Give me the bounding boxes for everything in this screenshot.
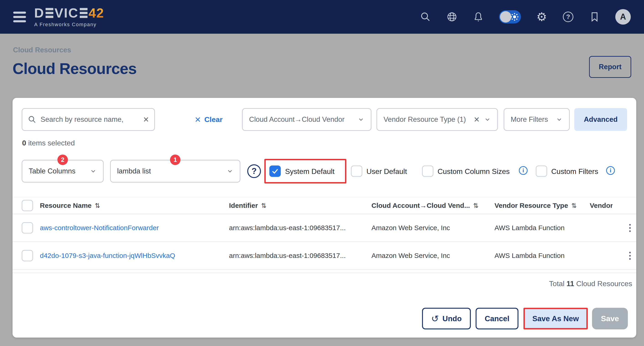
notifications-bell-icon[interactable] — [473, 11, 484, 22]
selected-label: items selected — [28, 139, 75, 147]
total-count: 11 — [566, 280, 574, 288]
row-checkbox[interactable] — [22, 250, 33, 261]
chevron-down-icon — [556, 116, 563, 123]
search-icon — [28, 115, 36, 124]
sort-icon[interactable]: ⇅ — [571, 202, 576, 209]
table-columns-dropdown[interactable]: Table Columns 2 — [22, 160, 104, 182]
logo-e-bars-icon — [46, 8, 53, 18]
search-icon[interactable] — [420, 11, 431, 22]
save-as-new-button[interactable]: Save As New — [524, 308, 588, 329]
chevron-down-icon — [358, 116, 364, 123]
toggle-knob — [500, 11, 511, 22]
chevron-down-icon — [226, 168, 233, 174]
resources-table: Resource Name⇅ Identifier⇅ Cloud Account… — [12, 197, 636, 273]
sort-icon[interactable]: ⇅ — [473, 202, 478, 209]
hamburger-menu-icon[interactable] — [13, 12, 26, 22]
identifier-cell: arn:aws:lambda:us-east-1:09683517... — [229, 224, 372, 232]
custom-filters-info-icon[interactable]: i — [606, 166, 615, 175]
view-help-icon[interactable]: ? — [247, 164, 261, 178]
table-header-row: Resource Name⇅ Identifier⇅ Cloud Account… — [12, 197, 636, 214]
logo-text-vic: VIC — [54, 6, 78, 19]
globe-icon[interactable] — [446, 11, 458, 22]
cloud-account-filter-dropdown[interactable]: Cloud Account→Cloud Vendor — [242, 108, 372, 131]
undo-icon: ↺ — [431, 314, 439, 323]
theme-toggle[interactable] — [499, 10, 521, 23]
table-columns-badge: 2 — [58, 155, 68, 165]
items-selected-status: 0 items selected — [22, 139, 75, 147]
custom-filters-checkbox[interactable] — [536, 166, 547, 177]
chevron-down-icon — [90, 168, 96, 174]
cloud-account-filter-label: Cloud Account→Cloud Vendor — [249, 115, 353, 124]
cloud-account-cell: Amazon Web Service, Inc — [372, 252, 494, 260]
chevron-down-icon — [484, 116, 491, 123]
clear-filters-button[interactable]: × Clear — [195, 108, 223, 131]
logo-e-bars-icon — [80, 8, 88, 18]
table-row[interactable]: aws-controltower-NotificationForwarder a… — [12, 214, 636, 242]
row-actions-kebab-icon[interactable] — [628, 250, 632, 261]
resource-name-link[interactable]: d42do-1079-s3-java-function-jqWlHbSvvkaQ — [40, 252, 229, 260]
selected-count: 0 — [22, 139, 26, 147]
system-default-checkbox[interactable] — [269, 166, 281, 177]
saved-view-value: lambda list — [117, 167, 151, 175]
saved-view-dropdown[interactable]: lambda list 1 — [110, 160, 240, 182]
clipped-table-row — [12, 270, 636, 273]
check-icon — [271, 167, 279, 175]
more-filters-label: More Filters — [511, 115, 551, 124]
total-resources-status: Total 11 Cloud Resources — [549, 280, 632, 288]
logo-subtitle: A Freshworks Company — [34, 22, 104, 27]
more-filters-dropdown[interactable]: More Filters — [504, 108, 570, 131]
vendor-resource-type-cell: AWS Lambda Function — [494, 252, 590, 260]
row-checkbox[interactable] — [22, 222, 33, 234]
advanced-button[interactable]: Advanced — [574, 108, 627, 131]
bookmark-icon[interactable] — [589, 11, 600, 22]
user-avatar[interactable]: A — [615, 9, 631, 24]
user-default-checkbox[interactable] — [351, 166, 362, 177]
search-input[interactable] — [40, 115, 139, 124]
vendor-type-filter-label: Vendor Resource Type (1) — [384, 115, 469, 124]
resource-name-link[interactable]: aws-controltower-NotificationForwarder — [40, 224, 229, 232]
table-row[interactable]: d42do-1079-s3-java-function-jqWlHbSvvkaQ… — [12, 242, 636, 270]
row-actions-kebab-icon[interactable] — [628, 223, 632, 233]
help-icon[interactable]: ? — [562, 11, 574, 22]
logo-text-42: 42 — [89, 6, 104, 19]
save-button-disabled[interactable]: Save — [592, 308, 628, 329]
column-header-identifier[interactable]: Identifier⇅ — [229, 202, 372, 209]
vendor-resource-type-filter-dropdown[interactable]: Vendor Resource Type (1) × — [376, 108, 498, 131]
sort-icon[interactable]: ⇅ — [95, 202, 100, 209]
sun-icon — [510, 12, 519, 21]
sort-icon[interactable]: ⇅ — [261, 202, 266, 209]
clear-label: Clear — [204, 115, 223, 124]
column-header-vendor-resource-type[interactable]: Vendor Resource Type⇅ — [494, 202, 590, 209]
column-header-cloud-account[interactable]: Cloud Account→Cloud Vend...⇅ — [372, 202, 494, 209]
custom-filters-label: Custom Filters — [551, 167, 598, 176]
custom-column-sizes-info-icon[interactable]: i — [519, 166, 528, 175]
undo-button[interactable]: ↺ Undo — [422, 308, 471, 329]
settings-gear-icon[interactable]: ⚙ — [536, 11, 548, 22]
cancel-button[interactable]: Cancel — [476, 308, 518, 329]
cloud-resources-card: × × Clear Cloud Account→Cloud Vendor Ven… — [12, 98, 636, 338]
select-all-checkbox[interactable] — [22, 200, 33, 211]
system-default-label: System Default — [285, 167, 334, 176]
resource-search-box[interactable]: × — [22, 108, 155, 131]
top-navbar: D VIC 42 A Freshworks Company ⚙ ? A — [0, 0, 644, 34]
table-columns-label: Table Columns — [29, 167, 76, 175]
custom-column-sizes-checkbox[interactable] — [422, 166, 434, 177]
report-button[interactable]: Report — [589, 56, 631, 78]
clear-search-icon[interactable]: × — [143, 115, 149, 124]
page-title: Cloud Resources — [12, 60, 136, 77]
vendor-resource-type-cell: AWS Lambda Function — [494, 224, 590, 232]
cloud-account-cell: Amazon Web Service, Inc — [372, 224, 494, 232]
device42-logo: D VIC 42 A Freshworks Company — [34, 6, 104, 27]
identifier-cell: arn:aws:lambda:us-east-1:09683517... — [229, 252, 372, 260]
remove-filter-icon[interactable]: × — [474, 115, 480, 124]
breadcrumb[interactable]: Cloud Resources — [13, 46, 71, 54]
logo-text-d: D — [34, 6, 44, 19]
saved-view-badge: 1 — [170, 155, 180, 165]
custom-column-sizes-label: Custom Column Sizes — [438, 167, 510, 176]
clear-x-icon: × — [195, 115, 201, 125]
user-default-label: User Default — [366, 167, 407, 176]
column-header-resource-name[interactable]: Resource Name⇅ — [40, 202, 229, 209]
column-header-vendor-clipped[interactable]: Vendor — [590, 202, 636, 209]
